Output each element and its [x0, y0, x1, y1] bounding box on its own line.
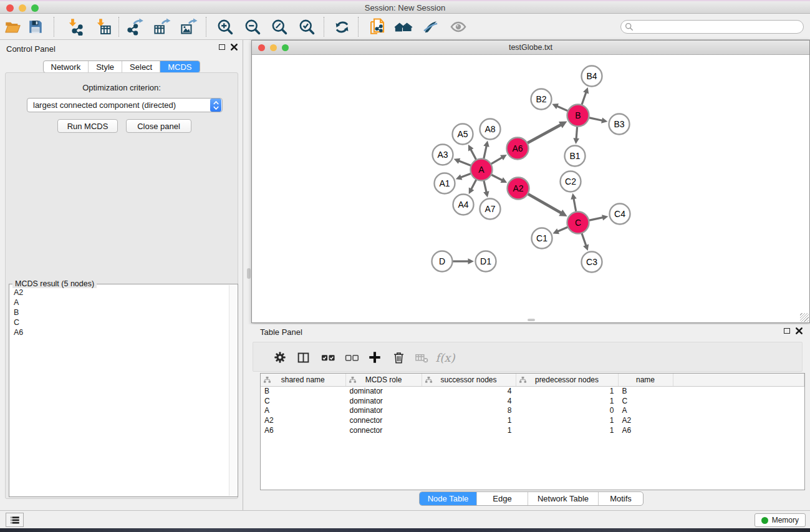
- edge[interactable]: [484, 180, 487, 193]
- zoom-fit-button[interactable]: [269, 16, 290, 37]
- delete-table-button[interactable]: [412, 349, 431, 366]
- table-cell[interactable]: 1: [516, 425, 618, 435]
- table-cell[interactable]: 1: [422, 415, 516, 425]
- edge[interactable]: [483, 145, 486, 160]
- table-settings-button[interactable]: [271, 349, 289, 366]
- edge[interactable]: [556, 106, 569, 112]
- edge[interactable]: [470, 148, 476, 160]
- edge[interactable]: [490, 157, 503, 165]
- search-box[interactable]: [620, 20, 804, 34]
- network-from-clipboard-button[interactable]: [367, 16, 388, 37]
- node-B1[interactable]: B1: [565, 146, 586, 167]
- close-table-panel-icon[interactable]: [796, 327, 803, 334]
- column-header[interactable]: name: [618, 374, 673, 386]
- node-C[interactable]: C: [567, 212, 589, 234]
- refresh-button[interactable]: [331, 16, 352, 37]
- network-canvas[interactable]: B4B2BB3B1A5A8A6A3AA1A4A7A2C2CC4C1C3DD1: [252, 56, 809, 322]
- import-table-button[interactable]: [92, 16, 113, 37]
- table-cell[interactable]: C: [618, 396, 673, 406]
- edge[interactable]: [581, 233, 586, 246]
- column-header[interactable]: shared name: [261, 374, 345, 386]
- zoom-in-button[interactable]: [215, 16, 236, 37]
- network-window-titlebar[interactable]: testGlobe.txt: [252, 41, 809, 55]
- node-B[interactable]: B: [567, 105, 589, 127]
- edge[interactable]: [458, 161, 472, 166]
- edge[interactable]: [526, 124, 561, 143]
- table-cell[interactable]: connector: [345, 425, 422, 435]
- result-item[interactable]: A6: [11, 327, 228, 337]
- node-C1[interactable]: C1: [532, 228, 552, 249]
- unselect-all-columns-button[interactable]: [342, 349, 361, 366]
- export-image-button[interactable]: [178, 16, 200, 37]
- node-A3[interactable]: A3: [433, 145, 453, 165]
- search-input[interactable]: [634, 22, 803, 32]
- edge[interactable]: [581, 92, 586, 105]
- table-cell[interactable]: B: [261, 386, 345, 396]
- network-hscroll-thumb[interactable]: [528, 319, 535, 321]
- edge[interactable]: [460, 173, 472, 178]
- node-B3[interactable]: B3: [609, 114, 630, 135]
- criterion-dropdown[interactable]: largest connected component (directed): [27, 98, 223, 112]
- close-panel-button[interactable]: Close panel: [126, 119, 191, 133]
- edge[interactable]: [588, 117, 603, 120]
- table-cell[interactable]: A6: [618, 425, 673, 435]
- result-scrollbar[interactable]: [229, 285, 237, 496]
- node-C2[interactable]: C2: [561, 172, 581, 192]
- resize-grip[interactable]: [800, 313, 809, 322]
- node-D[interactable]: D: [432, 251, 453, 272]
- close-panel-icon[interactable]: [231, 44, 238, 51]
- select-all-columns-button[interactable]: [319, 349, 337, 366]
- table-cell[interactable]: 1: [422, 425, 516, 435]
- save-session-button[interactable]: [25, 16, 46, 37]
- table-header-row[interactable]: shared nameMCDS rolesuccessor nodesprede…: [261, 374, 804, 386]
- table-cell[interactable]: dominator: [345, 396, 422, 406]
- table-cell[interactable]: 1: [516, 415, 618, 425]
- tab-style[interactable]: Style: [88, 61, 122, 72]
- table-cell[interactable]: A6: [261, 425, 345, 435]
- table-cell[interactable]: 1: [516, 396, 618, 406]
- memory-button[interactable]: Memory: [755, 513, 806, 527]
- table-cell[interactable]: A: [618, 406, 673, 416]
- edge[interactable]: [576, 125, 577, 139]
- table-cell[interactable]: B: [618, 386, 673, 396]
- export-network-button[interactable]: [125, 16, 146, 37]
- table-cell[interactable]: 8: [422, 406, 516, 416]
- eye-toggle-button[interactable]: [448, 16, 469, 37]
- node-A7[interactable]: A7: [480, 199, 501, 220]
- node-A4[interactable]: A4: [453, 195, 474, 215]
- create-column-button[interactable]: [365, 349, 384, 366]
- result-item[interactable]: A2: [11, 288, 228, 297]
- edge[interactable]: [588, 217, 604, 220]
- tab-network-table[interactable]: Network Table: [528, 492, 598, 505]
- result-item[interactable]: C: [11, 317, 228, 327]
- float-table-panel-icon[interactable]: [784, 328, 790, 334]
- tab-mcds[interactable]: MCDS: [160, 61, 199, 72]
- open-file-button[interactable]: [2, 16, 23, 37]
- tab-edge-table[interactable]: Edge Table: [476, 492, 528, 505]
- table-row[interactable]: Bdominator41B: [261, 386, 804, 396]
- node-A2[interactable]: A2: [508, 178, 529, 200]
- node-B4[interactable]: B4: [582, 66, 602, 87]
- zoom-selected-button[interactable]: [296, 16, 317, 37]
- table-row[interactable]: Adominator80A: [261, 406, 804, 416]
- run-mcds-button[interactable]: Run MCDS: [57, 119, 118, 133]
- tab-motifs[interactable]: Motifs: [598, 492, 643, 505]
- annotation-toggle-button[interactable]: [420, 16, 441, 37]
- table-cell[interactable]: 1: [516, 386, 618, 396]
- tab-node-table[interactable]: Node Table: [420, 492, 476, 505]
- function-builder-button[interactable]: f(x): [436, 349, 455, 366]
- edge[interactable]: [527, 193, 562, 213]
- table-cell[interactable]: A2: [261, 415, 345, 425]
- show-columns-button[interactable]: [294, 349, 312, 366]
- table-cell[interactable]: connector: [345, 415, 422, 425]
- node-D1[interactable]: D1: [476, 251, 496, 272]
- network-graph[interactable]: B4B2BB3B1A5A8A6A3AA1A4A7A2C2CC4C1C3DD1: [252, 56, 809, 323]
- edge[interactable]: [574, 198, 576, 213]
- desktop-vscroll-thumb[interactable]: [247, 268, 251, 279]
- export-table-button[interactable]: [152, 16, 173, 37]
- home-button[interactable]: [393, 16, 414, 37]
- node-A6[interactable]: A6: [507, 138, 529, 160]
- table-cell[interactable]: A2: [618, 415, 673, 425]
- table-row[interactable]: A6connector11A6: [261, 425, 804, 435]
- table-cell[interactable]: 0: [516, 406, 618, 416]
